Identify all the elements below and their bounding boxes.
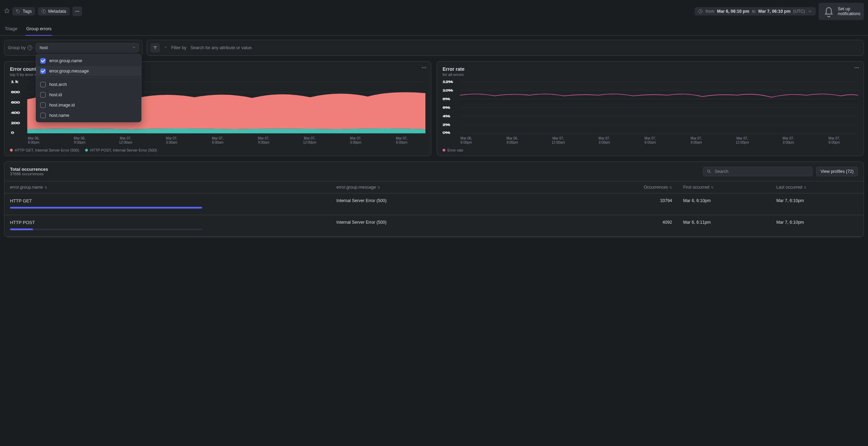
svg-text:200: 200 xyxy=(11,121,20,125)
checkbox-icon xyxy=(40,82,46,87)
view-profiles-button[interactable]: View profiles (72) xyxy=(816,167,858,176)
star-icon[interactable] xyxy=(4,8,10,14)
table-search-input[interactable] xyxy=(714,169,809,174)
table-row[interactable]: HTTP GET Internal Server Error (500) 337… xyxy=(4,193,864,215)
svg-text:600: 600 xyxy=(11,101,20,104)
checkbox-checked-icon xyxy=(40,68,46,74)
table-search[interactable] xyxy=(703,167,813,176)
sort-icon: ⇅ xyxy=(804,186,807,189)
svg-point-4 xyxy=(76,11,76,12)
legend-label: HTTP GET, Internal Server Error (500) xyxy=(15,148,79,152)
line-chart[interactable]: 12% 10% 8% 6% 4% 2% 0% xyxy=(443,80,858,135)
bell-icon xyxy=(822,4,836,18)
row-name: HTTP GET xyxy=(10,198,326,203)
groupby-option-host-name[interactable]: host.name xyxy=(36,110,141,121)
col-message[interactable]: error.group.message⇅ xyxy=(331,181,589,193)
groupby-option-label: host.id xyxy=(49,92,62,97)
groupby-label: Group by ? xyxy=(8,45,32,50)
chart-legend: Error rate xyxy=(443,148,858,152)
tag-icon xyxy=(16,9,21,14)
col-name[interactable]: error.group.name⇅ xyxy=(4,181,331,193)
chevron-down-icon xyxy=(808,9,812,14)
chart-menu-button[interactable] xyxy=(421,65,427,71)
more-button[interactable] xyxy=(72,7,82,16)
sort-icon: ⇅ xyxy=(669,186,672,189)
x-axis: Mar 06, 6:00pm Mar 06, 9:00pm Mar 07, 12… xyxy=(10,136,425,145)
row-occurrences: 33794 xyxy=(589,193,677,215)
svg-text:0: 0 xyxy=(11,131,14,134)
more-icon xyxy=(75,9,80,14)
col-last[interactable]: Last occurred⇅ xyxy=(771,181,864,193)
svg-point-8 xyxy=(422,67,423,68)
svg-point-6 xyxy=(78,11,79,12)
table-row[interactable]: HTTP POST Internal Server Error (500) 40… xyxy=(4,215,864,236)
row-name: HTTP POST xyxy=(10,220,326,225)
sort-icon: ⇅ xyxy=(377,186,380,189)
legend-item[interactable]: HTTP GET, Internal Server Error (500) xyxy=(10,148,79,152)
tab-triage[interactable]: Triage xyxy=(4,23,18,35)
svg-point-23 xyxy=(855,67,855,68)
svg-point-24 xyxy=(856,67,857,68)
row-last: Mar 7, 6:10pm xyxy=(771,215,864,236)
svg-text:0%: 0% xyxy=(443,131,450,134)
time-start: Mar 6, 06:10 pm xyxy=(717,9,749,14)
groupby-option-error-group-name[interactable]: error.group.name xyxy=(36,56,141,66)
notifications-label: Set up notifications xyxy=(838,7,860,16)
svg-text:4%: 4% xyxy=(443,114,450,118)
row-occurrences: 4092 xyxy=(589,215,677,236)
time-tz: (UTC) xyxy=(793,9,805,14)
metadata-button[interactable]: Metadata xyxy=(38,7,69,15)
svg-point-9 xyxy=(424,67,424,68)
groupby-option-host-image-id[interactable]: host.image.id xyxy=(36,100,141,110)
row-bar xyxy=(10,207,202,209)
metadata-label: Metadata xyxy=(48,9,66,14)
chevron-down-icon[interactable] xyxy=(163,45,168,50)
svg-point-0 xyxy=(17,10,18,11)
chart-error-rate: Error rate for all errors 12% 10% 8% 6% … xyxy=(437,61,864,156)
tags-button[interactable]: Tags xyxy=(12,7,35,15)
groupby-input[interactable] xyxy=(36,43,139,53)
svg-text:800: 800 xyxy=(11,90,20,94)
groupby-option-label: error.group.message xyxy=(49,69,89,74)
groupby-option-host-id[interactable]: host.id xyxy=(36,90,141,100)
chart-menu-button[interactable] xyxy=(854,65,859,71)
chart-subtitle: for all errors xyxy=(443,73,858,77)
svg-text:1 k: 1 k xyxy=(11,80,18,83)
legend-item[interactable]: HTTP POST, Internal Server Error (500) xyxy=(85,148,157,152)
chart-legend: HTTP GET, Internal Server Error (500) HT… xyxy=(10,148,425,152)
search-icon xyxy=(707,169,711,174)
row-first: Mar 6, 6:10pm xyxy=(677,193,771,215)
time-range-picker[interactable]: from Mar 6, 06:10 pm to Mar 7, 06:10 pm … xyxy=(695,7,816,15)
x-axis: Mar 06, 6:00pm Mar 06, 9:00pm Mar 07, 12… xyxy=(443,136,858,145)
clock-icon xyxy=(698,9,703,14)
legend-item[interactable]: Error rate xyxy=(443,148,463,152)
groupby-control: Group by ? error.group.name error.group.… xyxy=(4,40,142,56)
help-icon[interactable]: ? xyxy=(27,45,32,50)
svg-point-5 xyxy=(77,11,78,12)
time-middle: to xyxy=(752,9,755,14)
checkbox-icon xyxy=(40,113,46,118)
svg-text:12%: 12% xyxy=(443,80,453,83)
tab-group-errors[interactable]: Group errors xyxy=(25,23,52,35)
groupby-option-error-group-message[interactable]: error.group.message xyxy=(36,66,141,76)
filterby-control: Filter by xyxy=(147,40,864,56)
svg-text:400: 400 xyxy=(11,111,20,114)
time-end: Mar 7, 06:10 pm xyxy=(758,9,791,14)
filterby-input[interactable] xyxy=(190,45,860,51)
table-title: Total occurrences xyxy=(10,167,48,172)
svg-text:2%: 2% xyxy=(443,123,450,126)
row-message: Internal Server Error (500) xyxy=(331,193,589,215)
time-prefix: from xyxy=(706,9,714,14)
errors-table: error.group.name⇅ error.group.message⇅ O… xyxy=(4,181,864,237)
groupby-option-host-arch[interactable]: host.arch xyxy=(36,79,141,90)
notifications-button[interactable]: Set up notifications xyxy=(819,3,864,20)
tags-label: Tags xyxy=(23,9,32,14)
groupby-dropdown: error.group.name error.group.message hos… xyxy=(36,54,141,122)
checkbox-icon xyxy=(40,102,46,108)
groupby-option-label: error.group.name xyxy=(49,58,82,63)
col-occurrences[interactable]: Occurrences⇅ xyxy=(589,181,677,193)
top-toolbar: Tags Metadata from Mar 6, 06:10 pm to Ma… xyxy=(0,0,868,23)
col-first[interactable]: First occurred⇅ xyxy=(677,181,771,193)
filter-icon[interactable] xyxy=(150,43,160,53)
row-bar xyxy=(10,228,202,230)
